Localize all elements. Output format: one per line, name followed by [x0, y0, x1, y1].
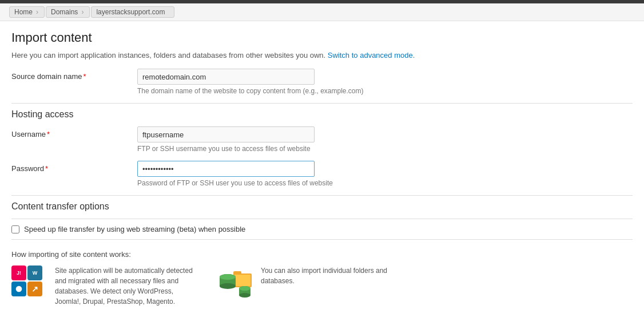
- required-star-2: *: [47, 130, 50, 138]
- password-input[interactable]: [137, 161, 315, 177]
- divider-3: [11, 219, 633, 219]
- divider-4: [11, 239, 633, 240]
- password-label: Password*: [11, 161, 137, 173]
- main-content: Import content Here you can import appli…: [0, 21, 644, 316]
- svg-point-6: [220, 283, 236, 289]
- svg-point-7: [220, 274, 236, 280]
- streaming-checkbox-label[interactable]: Speed up file transfer by using web stre…: [24, 225, 245, 233]
- svg-rect-2: [233, 271, 241, 275]
- username-field-wrap: FTP or SSH username you use to access fi…: [137, 126, 633, 153]
- wordpress-icon: W: [27, 265, 42, 280]
- how-card-2-text: You can also import individual folders a…: [261, 265, 400, 286]
- app-icon-grid: J! W ↗: [11, 265, 46, 299]
- username-input[interactable]: [137, 126, 315, 142]
- page-title: Import content: [11, 30, 633, 45]
- how-it-works-section: How importing of site content works: J! …: [11, 250, 633, 307]
- divider-2: [11, 195, 633, 196]
- joomla-icon: J!: [11, 265, 26, 280]
- source-domain-field-wrap: The domain name of the website to copy c…: [137, 69, 633, 95]
- how-card-1: J! W ↗ Site application will be automati…: [11, 265, 194, 307]
- required-star: *: [84, 72, 86, 81]
- breadcrumb-home[interactable]: Home: [9, 6, 45, 18]
- password-row: Password* Password of FTP or SSH user yo…: [11, 161, 633, 187]
- drupal-icon: [11, 282, 26, 296]
- page-description: Here you can import application instance…: [11, 51, 633, 60]
- how-card-1-text: Site application will be automatically d…: [55, 265, 194, 307]
- svg-point-0: [16, 286, 22, 292]
- content-transfer-title: Content transfer options: [11, 201, 633, 212]
- source-domain-row: Source domain name* The domain name of t…: [11, 69, 633, 95]
- how-cards: J! W ↗ Site application will be automati…: [11, 265, 633, 307]
- hosting-access-title: Hosting access: [11, 109, 633, 120]
- breadcrumb-domain-name[interactable]: layerstacksupport.com: [91, 6, 174, 18]
- breadcrumb-domains[interactable]: Domains: [46, 6, 90, 18]
- how-title: How importing of site content works:: [11, 250, 633, 259]
- username-label: Username*: [11, 126, 137, 138]
- db-folder-svg: [217, 265, 254, 300]
- breadcrumb: Home Domains layerstacksupport.com: [0, 3, 644, 21]
- divider-1: [11, 103, 633, 104]
- how-card-2: You can also import individual folders a…: [217, 265, 400, 302]
- password-field-wrap: Password of FTP or SSH user you use to a…: [137, 161, 633, 187]
- source-domain-input[interactable]: [137, 69, 315, 85]
- svg-point-11: [239, 286, 251, 291]
- source-domain-label: Source domain name*: [11, 69, 137, 81]
- username-hint: FTP or SSH username you use to access fi…: [137, 145, 633, 153]
- svg-rect-3: [234, 275, 251, 286]
- source-domain-hint: The domain name of the website to copy c…: [137, 87, 633, 95]
- required-star-3: *: [45, 164, 48, 173]
- username-row: Username* FTP or SSH username you use to…: [11, 126, 633, 153]
- svg-point-10: [239, 293, 251, 298]
- password-hint: Password of FTP or SSH user you use to a…: [137, 179, 633, 187]
- streaming-checkbox-row: Speed up file transfer by using web stre…: [11, 225, 633, 233]
- advanced-mode-link[interactable]: Switch to advanced mode.: [328, 51, 415, 60]
- streaming-checkbox[interactable]: [11, 225, 19, 233]
- apps-icon: J! W ↗: [11, 265, 48, 302]
- db-folders-icon: [217, 265, 254, 302]
- migration-icon: ↗: [27, 282, 42, 296]
